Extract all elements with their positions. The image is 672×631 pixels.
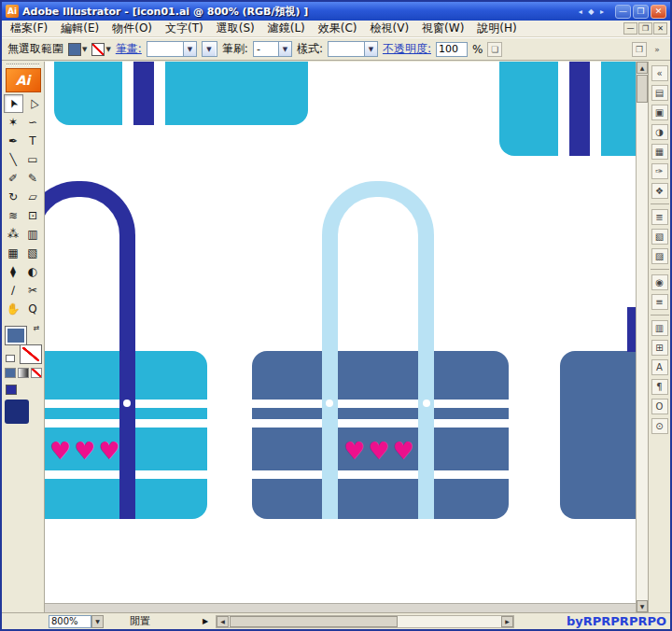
palette-grip[interactable] bbox=[7, 63, 39, 66]
bag-top-right[interactable] bbox=[499, 62, 636, 156]
title-bar[interactable]: Ai Adobe Illustrator - [icon01.ai @ 800%… bbox=[2, 2, 670, 21]
stroke-panel-icon[interactable]: ≣ bbox=[651, 209, 668, 225]
doc-minimize-button[interactable]: — bbox=[623, 22, 637, 35]
menu-item-type[interactable]: 文字(T) bbox=[159, 20, 210, 37]
selection-tool[interactable]: ➤ bbox=[4, 94, 23, 113]
style-select[interactable]: ▼ bbox=[328, 41, 378, 57]
menu-item-object[interactable]: 物件(O) bbox=[105, 20, 159, 37]
none-mode-button[interactable] bbox=[31, 368, 42, 378]
horizontal-scroll-thumb[interactable] bbox=[230, 616, 398, 627]
info-panel-icon[interactable]: ▣ bbox=[651, 105, 668, 120]
fill-color-dropdown[interactable]: ▼ bbox=[68, 43, 87, 56]
graph-tool[interactable]: ▥ bbox=[23, 225, 43, 244]
scroll-left-arrow[interactable]: ◀ bbox=[217, 616, 229, 627]
bag-right-body[interactable] bbox=[560, 351, 636, 519]
mesh-tool[interactable]: ▦ bbox=[4, 244, 23, 262]
menu-item-view[interactable]: 檢視(V) bbox=[364, 20, 416, 37]
transparency-panel-icon[interactable]: ▨ bbox=[651, 248, 668, 264]
warp-tool[interactable]: ≋ bbox=[4, 206, 23, 225]
scale-tool[interactable]: ▱ bbox=[23, 188, 43, 206]
eyedropper-tool[interactable]: ⧫ bbox=[4, 262, 23, 281]
gradient-tool[interactable]: ▧ bbox=[23, 244, 43, 262]
vertical-scrollbar[interactable]: ▲ ▼ bbox=[636, 62, 648, 612]
menu-item-window[interactable]: 視窗(W) bbox=[415, 20, 470, 37]
hand-tool[interactable]: ✋ bbox=[4, 300, 23, 318]
type-tool[interactable]: T bbox=[23, 132, 43, 150]
bag-center-handle[interactable] bbox=[322, 181, 434, 519]
doc-restore-button[interactable]: ❐ bbox=[638, 22, 652, 35]
palette-well-icon[interactable]: ❐ bbox=[632, 42, 647, 57]
document-info-panel-icon[interactable]: ▥ bbox=[651, 320, 668, 336]
appearance-panel-icon[interactable]: ◉ bbox=[651, 274, 668, 290]
opacity-link[interactable]: 不透明度: bbox=[383, 41, 431, 57]
lasso-tool[interactable]: ∽ bbox=[23, 113, 43, 132]
scissors-tool[interactable]: ✂ bbox=[23, 281, 43, 300]
chevron-down-icon[interactable]: ▼ bbox=[278, 42, 291, 56]
vertical-scroll-thumb[interactable] bbox=[637, 75, 648, 103]
bag-handle-sliver[interactable] bbox=[627, 307, 636, 352]
menu-item-edit[interactable]: 編輯(E) bbox=[54, 20, 105, 37]
stroke-weight-select[interactable]: ▼ bbox=[147, 41, 197, 57]
color-mode-button[interactable] bbox=[5, 368, 16, 378]
rotate-tool[interactable]: ↻ bbox=[4, 188, 23, 206]
zoom-tool[interactable]: Q bbox=[23, 300, 43, 318]
minimize-button[interactable]: — bbox=[615, 5, 631, 19]
bag-left-handle[interactable] bbox=[45, 181, 135, 519]
stroke-proxy-swatch[interactable] bbox=[21, 345, 41, 363]
status-popup-arrow[interactable]: ▶ bbox=[203, 617, 208, 625]
menu-item-filter[interactable]: 濾鏡(L) bbox=[261, 20, 312, 37]
line-segment-tool[interactable]: ╲ bbox=[4, 150, 23, 169]
bag-top-left[interactable] bbox=[54, 62, 308, 125]
artboard-canvas[interactable]: ♥♥♥ ♥♥♥ bbox=[45, 62, 636, 612]
slice-tool[interactable]: ∕ bbox=[4, 281, 23, 300]
stroke-color-dropdown[interactable]: ▼ bbox=[91, 43, 110, 56]
gradient-mode-button[interactable] bbox=[18, 368, 29, 378]
layers-panel-icon[interactable]: ≡ bbox=[651, 294, 668, 310]
links-panel-icon[interactable]: ⊞ bbox=[651, 340, 668, 356]
magic-wand-tool[interactable]: ✶ bbox=[4, 113, 23, 132]
fill-color-swatch[interactable] bbox=[68, 43, 81, 56]
blend-tool[interactable]: ◐ bbox=[23, 262, 43, 281]
bag-navy-stripe[interactable] bbox=[569, 62, 590, 156]
bag-navy-stripe[interactable] bbox=[133, 62, 154, 125]
opentype-panel-icon[interactable]: O bbox=[651, 399, 668, 414]
stroke-color-swatch[interactable] bbox=[91, 43, 105, 56]
gradient-panel-icon[interactable]: ▧ bbox=[651, 229, 668, 245]
swap-fill-stroke-icon[interactable]: ⇄ bbox=[34, 324, 40, 332]
horizontal-scrollbar[interactable]: ◀ ▶ bbox=[216, 615, 514, 628]
opacity-input[interactable] bbox=[436, 42, 468, 57]
stroke-panel-link[interactable]: 筆畫: bbox=[116, 41, 142, 57]
scroll-down-arrow[interactable]: ▼ bbox=[637, 600, 648, 612]
menu-item-file[interactable]: 檔案(F) bbox=[4, 20, 54, 37]
pen-tool[interactable]: ✒ bbox=[4, 132, 23, 150]
screen-mode-button[interactable] bbox=[6, 385, 17, 395]
horizontal-scroll-track[interactable] bbox=[229, 616, 501, 627]
symbols-panel-icon[interactable]: ❖ bbox=[651, 183, 668, 199]
actions-panel-icon[interactable]: ⊙ bbox=[651, 418, 668, 434]
collapse-dock-icon[interactable]: « bbox=[651, 65, 668, 81]
zoom-level-box[interactable]: 800% bbox=[49, 615, 91, 628]
options-extra-icon[interactable]: ❏ bbox=[487, 42, 502, 57]
paintbrush-tool[interactable]: ✐ bbox=[4, 169, 23, 188]
adobe-illustrator-logo[interactable]: Ai bbox=[6, 68, 41, 92]
character-panel-icon[interactable]: A bbox=[651, 359, 668, 375]
symbol-sprayer-tool[interactable]: ⁂ bbox=[4, 225, 23, 244]
chevron-down-icon[interactable]: ▼ bbox=[203, 42, 216, 56]
close-button[interactable]: ✕ bbox=[651, 5, 666, 19]
stroke-profile-select[interactable]: ▼ bbox=[202, 41, 217, 57]
zoom-dropdown-arrow[interactable]: ▼ bbox=[91, 615, 104, 628]
chevron-down-icon[interactable]: ▼ bbox=[183, 42, 196, 56]
brush-select[interactable]: - ▼ bbox=[253, 41, 292, 57]
menu-item-help[interactable]: 說明(H) bbox=[470, 20, 523, 37]
pencil-tool[interactable]: ✎ bbox=[23, 169, 43, 188]
default-fill-stroke-icon[interactable] bbox=[6, 355, 15, 362]
free-transform-tool[interactable]: ⊡ bbox=[23, 206, 43, 225]
double-chevron-icon[interactable]: » bbox=[650, 42, 665, 57]
rectangle-tool[interactable]: ▭ bbox=[23, 150, 43, 169]
doc-close-button[interactable]: ✕ bbox=[653, 22, 667, 35]
direct-selection-tool[interactable]: ▷ bbox=[23, 94, 43, 113]
chevron-down-icon[interactable]: ▼ bbox=[364, 42, 377, 56]
menu-item-effect[interactable]: 效果(C) bbox=[312, 20, 364, 37]
color-panel-icon[interactable]: ◑ bbox=[651, 124, 668, 140]
paragraph-panel-icon[interactable]: ¶ bbox=[651, 379, 668, 395]
